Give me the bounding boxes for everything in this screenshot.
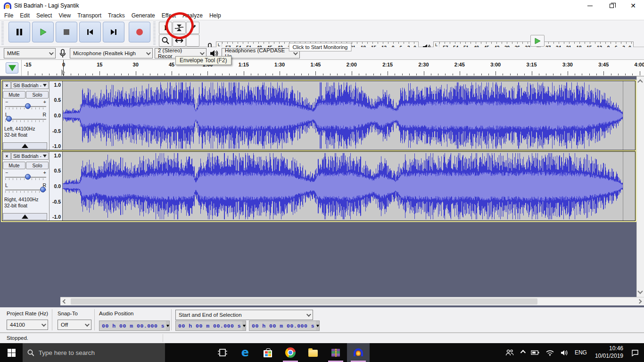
menu-item-edit[interactable]: Edit xyxy=(17,11,33,20)
scroll-right-icon[interactable] xyxy=(637,299,642,304)
audio-position-field[interactable]: 00 h 00 m 00.000 s xyxy=(99,321,170,331)
multi-tool-button[interactable] xyxy=(186,34,199,47)
audio-host-dropdown[interactable]: MME xyxy=(4,48,56,58)
action-center-button[interactable] xyxy=(629,343,641,362)
snap-to-dropdown[interactable]: Off xyxy=(58,320,91,330)
search-input[interactable] xyxy=(39,349,160,356)
people-button[interactable] xyxy=(503,343,516,362)
scroll-up-icon[interactable] xyxy=(637,79,643,84)
close-track-button[interactable]: × xyxy=(3,82,11,89)
recording-device-mic-icon xyxy=(58,49,68,58)
minimize-button[interactable] xyxy=(579,0,601,11)
restore-button[interactable] xyxy=(601,0,622,11)
time-format-dropdown[interactable] xyxy=(242,321,246,330)
menu-item-analyze[interactable]: Analyze xyxy=(179,11,206,20)
skip-to-end-button[interactable] xyxy=(103,22,124,42)
recording-device-dropdown[interactable]: Microphone (Realtek High xyxy=(70,48,153,58)
solo-button[interactable]: Solo xyxy=(26,91,49,99)
language-indicator[interactable]: ENG xyxy=(572,343,589,362)
scale-value: 0.0 xyxy=(54,183,61,189)
ruler-tick xyxy=(596,74,597,75)
menu-item-help[interactable]: Help xyxy=(206,11,224,20)
stop-button[interactable] xyxy=(56,22,77,42)
pause-button[interactable] xyxy=(8,22,30,42)
time-shift-tool-button[interactable] xyxy=(173,34,186,47)
menu-item-file[interactable]: File xyxy=(1,11,17,20)
selection-tool-button[interactable]: I xyxy=(159,22,172,34)
skip-to-start-button[interactable] xyxy=(79,22,101,42)
collapse-track-button[interactable] xyxy=(3,213,47,220)
battery-button[interactable] xyxy=(528,343,542,362)
toolbar-grip[interactable] xyxy=(153,22,156,45)
scrollbar-thumb[interactable] xyxy=(71,298,537,304)
taskbar-search-box[interactable] xyxy=(23,343,165,362)
selection-mode-dropdown[interactable]: Start and End of Selection xyxy=(175,310,313,320)
track-name-dropdown[interactable]: Siti Badriah - xyxy=(11,152,49,160)
gain-slider[interactable]: − + xyxy=(5,100,46,111)
menu-item-transport[interactable]: Transport xyxy=(74,11,105,20)
tray-expand-button[interactable] xyxy=(518,343,527,362)
chrome-button[interactable] xyxy=(279,343,302,362)
record-button[interactable] xyxy=(129,22,150,42)
timeline-ruler[interactable]: -1501530451:001:151:301:452:002:152:302:… xyxy=(0,60,644,76)
pan-knob[interactable] xyxy=(6,116,12,122)
menu-item-view[interactable]: View xyxy=(55,11,74,20)
project-rate-dropdown[interactable]: 44100 xyxy=(7,320,48,330)
menu-item-effect[interactable]: Effect xyxy=(158,11,179,20)
ruler-tick xyxy=(287,74,287,75)
close-button[interactable]: ✕ xyxy=(622,0,644,11)
vertical-scrollbar[interactable] xyxy=(636,76,644,297)
ruler-label: 1:45 xyxy=(310,62,321,67)
gain-knob[interactable] xyxy=(25,174,31,180)
zoom-tool-button[interactable] xyxy=(159,34,172,47)
play-button[interactable] xyxy=(32,22,54,42)
file-explorer-button[interactable] xyxy=(302,343,324,362)
time-ruler[interactable]: -1501530451:001:151:301:452:002:152:302:… xyxy=(21,60,644,76)
selection-end-field[interactable]: 00 h 00 m 00.000 s xyxy=(249,321,320,331)
waveform-left[interactable] xyxy=(63,81,635,150)
track-name-dropdown[interactable]: Siti Badriah - xyxy=(11,82,49,89)
pinned-play-head-button[interactable] xyxy=(6,62,18,74)
scroll-left-icon[interactable] xyxy=(63,299,67,304)
menu-item-select[interactable]: Select xyxy=(33,11,55,20)
gain-knob[interactable] xyxy=(25,103,31,109)
edge-button[interactable]: e xyxy=(234,343,256,362)
envelope-tool-button[interactable] xyxy=(173,22,186,34)
taskbar-clock[interactable]: 10:46 10/01/2019 xyxy=(591,345,627,360)
audacity-taskbar-button[interactable] xyxy=(347,343,370,362)
ruler-tick xyxy=(395,74,395,75)
volume-icon xyxy=(561,350,568,356)
monitoring-overlay[interactable]: Click to Start Monitoring xyxy=(289,43,352,51)
close-track-button[interactable]: × xyxy=(3,152,11,160)
play-icon xyxy=(38,27,48,37)
toolbar-grip[interactable] xyxy=(1,22,4,45)
scroll-down-icon[interactable] xyxy=(637,288,643,294)
menu-item-tracks[interactable]: Tracks xyxy=(105,11,128,20)
task-view-button[interactable] xyxy=(211,343,234,362)
gain-slider[interactable]: − + xyxy=(5,171,46,182)
draw-tool-button[interactable] xyxy=(186,22,199,34)
winrar-button[interactable] xyxy=(324,343,347,362)
ibeam-icon: I xyxy=(164,24,167,32)
mute-button[interactable]: Mute xyxy=(3,162,25,169)
pan-slider[interactable]: L R xyxy=(5,113,46,124)
play-at-speed-button[interactable] xyxy=(530,35,545,47)
menu-item-generate[interactable]: Generate xyxy=(128,11,158,20)
time-format-dropdown[interactable] xyxy=(316,321,319,330)
selection-start-field[interactable]: 00 h 00 m 00.000 s xyxy=(175,321,246,331)
horizontal-scrollbar[interactable] xyxy=(60,297,644,305)
waveform-right[interactable] xyxy=(63,152,635,221)
solo-button[interactable]: Solo xyxy=(26,162,49,169)
wifi-button[interactable] xyxy=(544,343,556,362)
volume-button[interactable] xyxy=(558,343,570,362)
collapse-track-button[interactable] xyxy=(3,142,47,149)
vertical-scale-ruler[interactable]: 1.00.50.0-0.5-1.0 xyxy=(50,152,63,221)
vertical-scale-ruler[interactable]: 1.00.50.0-0.5-1.0 xyxy=(50,81,63,150)
start-button[interactable] xyxy=(0,343,23,362)
playhead-marker[interactable] xyxy=(61,69,65,76)
time-format-dropdown[interactable] xyxy=(166,321,169,330)
mute-button[interactable]: Mute xyxy=(3,91,25,99)
playback-device-dropdown[interactable]: Headphones (CAPDASE He xyxy=(222,48,300,58)
store-button[interactable] xyxy=(256,343,279,362)
pan-slider[interactable]: L R xyxy=(5,183,46,195)
